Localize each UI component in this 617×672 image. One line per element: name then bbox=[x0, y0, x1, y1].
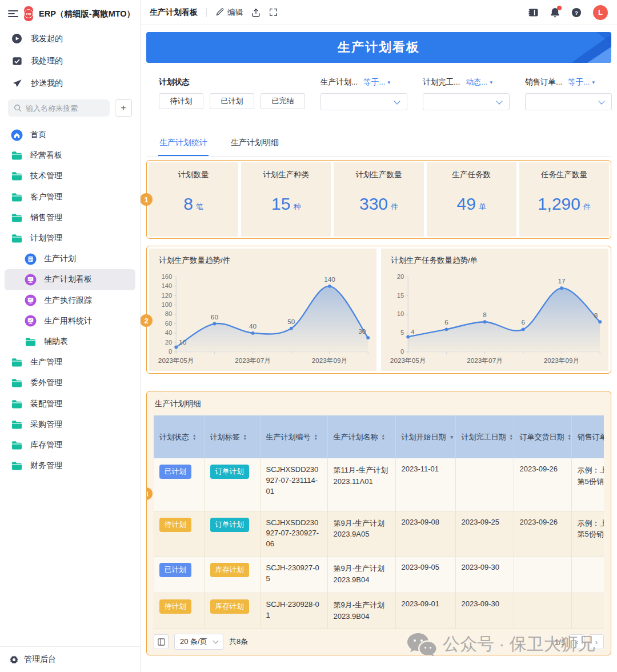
sidebar-item-14[interactable]: 采购管理 bbox=[5, 414, 135, 435]
sidebar-item-4[interactable]: 销售管理 bbox=[5, 207, 135, 228]
fullscreen-icon[interactable] bbox=[269, 8, 278, 17]
sort-icon[interactable]: ▲▼ bbox=[382, 434, 385, 440]
sidebar-item-label: 生产计划看板 bbox=[44, 274, 92, 285]
delivery-date-cell bbox=[514, 593, 571, 629]
annotation-badge-1: 1 bbox=[141, 193, 153, 206]
sidebar-item-5[interactable]: 计划管理 bbox=[5, 228, 135, 249]
sidebar-item-3[interactable]: 客户管理 bbox=[5, 187, 135, 207]
filter-operator[interactable]: 等于...▾ bbox=[568, 77, 595, 87]
sort-icon[interactable]: ▲▼ bbox=[568, 434, 571, 440]
sort-icon[interactable]: ▲▼ bbox=[243, 434, 247, 440]
filter-operator[interactable]: 等于...▾ bbox=[363, 77, 390, 87]
search-input[interactable] bbox=[26, 104, 104, 113]
sidebar-item-15[interactable]: 库存管理 bbox=[5, 435, 135, 455]
table-columns-icon[interactable] bbox=[154, 634, 169, 649]
quick-link-0[interactable]: 我发起的 bbox=[0, 27, 140, 50]
monitor-icon bbox=[25, 274, 37, 286]
search-icon bbox=[14, 104, 22, 112]
panel-toggle-icon[interactable] bbox=[528, 8, 539, 17]
pencil-icon bbox=[215, 8, 224, 17]
status-filter-button-0[interactable]: 待计划 bbox=[159, 93, 203, 109]
sidebar-item-16[interactable]: 财务管理 bbox=[5, 455, 135, 476]
stat-label: 生产任务数 bbox=[452, 170, 491, 180]
sidebar-item-0[interactable]: 首页 bbox=[5, 125, 135, 145]
sidebar-item-10[interactable]: 辅助表 bbox=[5, 331, 135, 352]
plane-icon bbox=[11, 77, 23, 89]
sort-icon[interactable]: ▲▼ bbox=[510, 434, 513, 440]
column-header-4[interactable]: 计划开始日期▼ bbox=[395, 415, 455, 458]
table-row-0[interactable]: 已计划订单计划SCJHXSDD230927-07-231114-01第11月-生… bbox=[154, 458, 604, 511]
share-icon[interactable] bbox=[251, 8, 261, 17]
table-row-1[interactable]: 待计划订单计划SCJHXSDD230927-07-230927-06第9月-生产… bbox=[154, 511, 604, 557]
stat-label: 任务生产数量 bbox=[541, 170, 587, 180]
column-header-2[interactable]: 生产计划编号▲▼ bbox=[260, 415, 327, 458]
filter-select[interactable] bbox=[423, 93, 510, 110]
notifications-bell-icon[interactable] bbox=[550, 7, 560, 18]
sidebar-item-8[interactable]: 生产执行跟踪 bbox=[5, 290, 135, 311]
column-header-6[interactable]: 订单交货日期▲▼ bbox=[514, 415, 571, 458]
svg-text:10: 10 bbox=[397, 311, 404, 318]
stat-unit: 件 bbox=[391, 202, 398, 212]
sort-desc-icon[interactable]: ▼ bbox=[450, 434, 454, 440]
status-badge: 已计划 bbox=[159, 563, 191, 577]
help-icon[interactable]: ? bbox=[571, 7, 582, 18]
column-header-5[interactable]: 计划完工日期▲▼ bbox=[455, 415, 514, 458]
stat-value-row: 49单 bbox=[457, 180, 486, 237]
quick-link-1[interactable]: 我处理的 bbox=[0, 50, 140, 72]
sidebar-item-13[interactable]: 装配管理 bbox=[5, 393, 135, 414]
status-filter-button-2[interactable]: 已完结 bbox=[261, 93, 305, 109]
table-row-2[interactable]: 已计划库存计划SCJH-230927-05第9月-生产计划 2023.9B042… bbox=[154, 557, 604, 593]
user-avatar[interactable]: L bbox=[593, 5, 608, 20]
sidebar-item-label: 计划管理 bbox=[30, 233, 62, 243]
plan-detail-table: 计划状态▲▼计划标签▲▼生产计划编号▲▼生产计划名称▲▼计划开始日期▼计划完工日… bbox=[154, 415, 604, 629]
sidebar-item-label: 生产计划 bbox=[44, 254, 76, 264]
table-viewport[interactable]: 计划状态▲▼计划标签▲▼生产计划编号▲▼生产计划名称▲▼计划开始日期▼计划完工日… bbox=[154, 415, 604, 629]
sidebar-search-row: + bbox=[0, 95, 140, 122]
sidebar-item-11[interactable]: 生产管理 bbox=[5, 352, 135, 373]
sidebar-item-6[interactable]: 生产计划 bbox=[5, 249, 135, 269]
filter-label-row: 生产计划...等于...▾ bbox=[320, 75, 407, 90]
quick-link-label: 我处理的 bbox=[31, 56, 63, 66]
tab-0[interactable]: 生产计划统计 bbox=[158, 129, 209, 156]
column-header-3[interactable]: 生产计划名称▲▼ bbox=[327, 415, 395, 458]
sort-icon[interactable]: ▲▼ bbox=[193, 434, 196, 440]
chart-title: 计划生产任务数量趋势/单 bbox=[391, 255, 605, 266]
filter-select[interactable] bbox=[525, 93, 612, 110]
edit-button[interactable]: 编辑 bbox=[215, 7, 243, 18]
filter-operator[interactable]: 动态...▾ bbox=[466, 77, 492, 87]
svg-text:20: 20 bbox=[397, 273, 404, 280]
search-box[interactable] bbox=[8, 99, 110, 117]
sidebar-item-2[interactable]: 技术管理 bbox=[5, 166, 135, 186]
page-size-value: 20 条/页 bbox=[180, 637, 207, 647]
svg-text:40: 40 bbox=[165, 329, 173, 336]
page-size-select[interactable]: 20 条/页 bbox=[174, 634, 223, 650]
collapse-menu-icon[interactable] bbox=[8, 10, 18, 18]
svg-text:2023年09月: 2023年09月 bbox=[312, 357, 348, 364]
column-header-7[interactable]: 销售订单 bbox=[571, 415, 604, 458]
svg-text:100: 100 bbox=[162, 301, 173, 308]
quick-link-2[interactable]: 抄送我的 bbox=[0, 72, 140, 94]
sidebar-item-1[interactable]: 经营看板 bbox=[5, 145, 135, 166]
sales-order-cell: 示例：上 第5份销售 bbox=[571, 511, 604, 557]
filter-select[interactable] bbox=[320, 93, 407, 110]
sort-icon[interactable]: ▲▼ bbox=[314, 434, 318, 440]
sidebar-item-7[interactable]: 生产计划看板 bbox=[5, 269, 135, 290]
column-header-1[interactable]: 计划标签▲▼ bbox=[204, 415, 260, 458]
filter-bar: 计划状态 待计划已计划已完结 生产计划...等于...▾计划完工...动态...… bbox=[146, 71, 611, 121]
column-header-0[interactable]: 计划状态▲▼ bbox=[154, 415, 204, 458]
quick-link-label: 抄送我的 bbox=[31, 78, 63, 89]
add-button[interactable]: + bbox=[115, 99, 132, 117]
table-row-3[interactable]: 待计划库存计划SCJH-230928-01第9月-生产计划 2023.9B042… bbox=[154, 593, 604, 629]
status-filter-button-1[interactable]: 已计划 bbox=[210, 93, 254, 109]
tab-1[interactable]: 生产计划明细 bbox=[230, 129, 280, 156]
next-page-button[interactable]: › bbox=[589, 634, 604, 649]
filter-label-row: 销售订单...等于...▾ bbox=[525, 75, 612, 90]
sidebar-item-label: 首页 bbox=[30, 130, 46, 140]
prev-page-button[interactable]: ‹ bbox=[570, 634, 584, 649]
table-header-row: 计划状态▲▼计划标签▲▼生产计划编号▲▼生产计划名称▲▼计划开始日期▼计划完工日… bbox=[154, 415, 604, 458]
stat-card-0: 计划数量8笔 bbox=[149, 162, 238, 237]
sidebar-item-9[interactable]: 生产用料统计 bbox=[5, 311, 135, 331]
plan-status-buttons: 待计划已计划已完结 bbox=[159, 93, 305, 109]
admin-console-link[interactable]: 管理后台 bbox=[0, 646, 140, 672]
sidebar-item-12[interactable]: 委外管理 bbox=[5, 373, 135, 393]
